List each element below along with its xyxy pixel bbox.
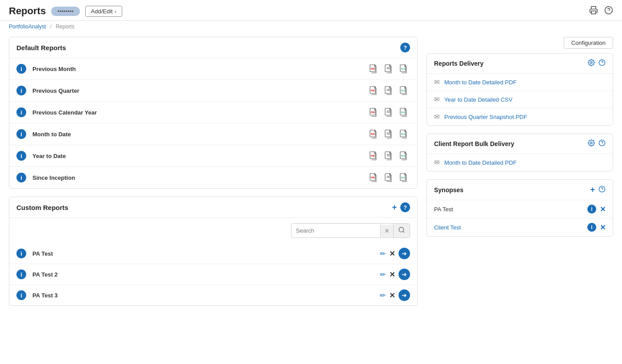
info-icon[interactable]: i [16, 151, 26, 161]
reports-delivery-header: Reports Delivery [427, 54, 613, 74]
svg-rect-0 [591, 11, 596, 14]
csv-icon[interactable]: XLS [398, 150, 410, 162]
list-item: i PA Test 2 ✏ ✕ ➜ [9, 264, 417, 285]
edit-icon[interactable]: ✏ [380, 291, 386, 300]
navigate-arrow-icon[interactable]: ➜ [399, 248, 410, 259]
synopsis-name: PA Test [434, 206, 587, 213]
report-actions: PDF XLS [367, 150, 410, 162]
list-item: i PA Test 3 ✏ ✕ ➜ [9, 285, 417, 305]
breadcrumb-parent-link[interactable]: PortfolioAnalyst [9, 24, 46, 30]
client-report-bulk-delivery-icons [588, 139, 606, 148]
reports-delivery-help-icon[interactable] [598, 59, 606, 68]
right-panel: Configuration Reports Delivery ✉ Month t… [427, 37, 613, 314]
svg-text:XLS: XLS [401, 68, 405, 70]
delete-icon[interactable]: ✕ [389, 270, 395, 279]
help-header-icon[interactable] [604, 6, 613, 17]
add-edit-label: Add/Edit [91, 8, 113, 15]
add-custom-report-icon[interactable]: + [392, 203, 397, 212]
doc-icon[interactable] [383, 150, 395, 162]
synopsis-info-icon[interactable]: i [587, 205, 596, 214]
table-row: i Previous Month PDF XLS [9, 58, 417, 80]
svg-text:XLS: XLS [401, 111, 405, 114]
synopsis-actions: i ✕ [587, 223, 606, 232]
navigate-arrow-icon[interactable]: ➜ [399, 289, 410, 301]
info-icon[interactable]: i [16, 86, 26, 95]
pdf-icon[interactable]: PDF [367, 128, 380, 140]
list-item: ✉ Previous Quarter Snapshot PDF [427, 108, 613, 125]
report-actions: PDF XLS [367, 171, 410, 184]
pdf-icon[interactable]: PDF [367, 171, 380, 184]
synopsis-delete-icon[interactable]: ✕ [600, 223, 606, 232]
info-icon[interactable]: i [16, 64, 26, 74]
csv-icon[interactable]: XLS [398, 128, 410, 140]
page-header: Reports •••••••• Add/Edit › [0, 0, 622, 21]
synopses-help-icon[interactable] [598, 186, 606, 194]
doc-icon[interactable] [383, 84, 395, 97]
reports-delivery-title: Reports Delivery [434, 60, 483, 67]
delivery-label[interactable]: Month to Date Detailed PDF [444, 79, 517, 86]
default-reports-title: Default Reports [16, 44, 66, 51]
pdf-icon[interactable]: PDF [367, 63, 380, 75]
svg-text:PDF: PDF [371, 111, 375, 114]
delivery-label[interactable]: Year to Date Detailed CSV [444, 96, 512, 103]
pdf-icon[interactable]: PDF [367, 106, 380, 119]
report-actions: PDF XLS [367, 84, 410, 97]
report-name: Previous Quarter [32, 87, 367, 94]
add-edit-button[interactable]: Add/Edit › [85, 6, 123, 17]
list-item: PA Test i ✕ [427, 200, 613, 218]
config-btn-row: Configuration [427, 37, 613, 49]
search-clear-button[interactable]: ✕ [380, 225, 393, 237]
info-icon[interactable]: i [16, 290, 26, 300]
svg-text:PDF: PDF [371, 177, 375, 179]
pdf-icon[interactable]: PDF [367, 84, 380, 97]
info-icon[interactable]: i [16, 129, 26, 139]
delete-icon[interactable]: ✕ [389, 291, 395, 300]
csv-icon[interactable]: XLS [398, 171, 410, 184]
edit-icon[interactable]: ✏ [380, 270, 386, 279]
bulk-delivery-settings-icon[interactable] [588, 139, 595, 148]
edit-icon[interactable]: ✏ [380, 249, 386, 258]
delivery-label[interactable]: Month to Date Detailed PDF [444, 159, 517, 166]
client-report-bulk-delivery-section: Client Report Bulk Delivery ✉ Month to D… [427, 134, 613, 171]
envelope-icon: ✉ [434, 158, 440, 166]
doc-icon[interactable] [383, 171, 395, 184]
info-icon[interactable]: i [16, 269, 26, 279]
delete-icon[interactable]: ✕ [389, 249, 395, 258]
svg-text:XLS: XLS [401, 177, 405, 179]
search-submit-button[interactable] [393, 224, 410, 237]
info-icon[interactable]: i [16, 173, 26, 182]
list-item: ✉ Month to Date Detailed PDF [427, 74, 613, 91]
page-title: Reports [9, 5, 46, 17]
csv-icon[interactable]: XLS [398, 63, 410, 75]
doc-icon[interactable] [383, 106, 395, 119]
search-input[interactable] [291, 225, 380, 237]
synopses-header: Synopses + [427, 180, 613, 200]
default-reports-help-icon[interactable]: ? [400, 43, 410, 52]
report-actions: PDF XLS [367, 106, 410, 119]
breadcrumb: PortfolioAnalyst / Reports [0, 21, 622, 32]
svg-text:PDF: PDF [371, 90, 375, 92]
info-icon[interactable]: i [16, 249, 26, 258]
custom-report-actions: ✏ ✕ ➜ [380, 248, 410, 259]
delivery-label[interactable]: Previous Quarter Snapshot PDF [444, 114, 527, 120]
pdf-icon[interactable]: PDF [367, 150, 380, 162]
doc-icon[interactable] [383, 63, 395, 75]
navigate-arrow-icon[interactable]: ➜ [399, 269, 410, 280]
print-icon[interactable] [589, 6, 598, 17]
synopsis-name[interactable]: Client Test [434, 224, 587, 231]
bulk-delivery-help-icon[interactable] [598, 139, 606, 148]
csv-icon[interactable]: XLS [398, 84, 410, 97]
synopsis-delete-icon[interactable]: ✕ [600, 205, 606, 214]
custom-report-actions: ✏ ✕ ➜ [380, 289, 410, 301]
default-reports-section: Default Reports ? i Previous Month PDF [9, 37, 418, 189]
envelope-icon: ✉ [434, 95, 440, 103]
custom-report-name: PA Test 3 [32, 292, 380, 299]
reports-delivery-settings-icon[interactable] [588, 59, 595, 68]
custom-reports-help-icon[interactable]: ? [400, 202, 410, 212]
doc-icon[interactable] [383, 128, 395, 140]
info-icon[interactable]: i [16, 107, 26, 117]
add-synopsis-icon[interactable]: + [590, 185, 595, 194]
synopsis-info-icon[interactable]: i [587, 223, 596, 232]
configuration-button[interactable]: Configuration [564, 37, 613, 49]
csv-icon[interactable]: XLS [398, 106, 410, 119]
